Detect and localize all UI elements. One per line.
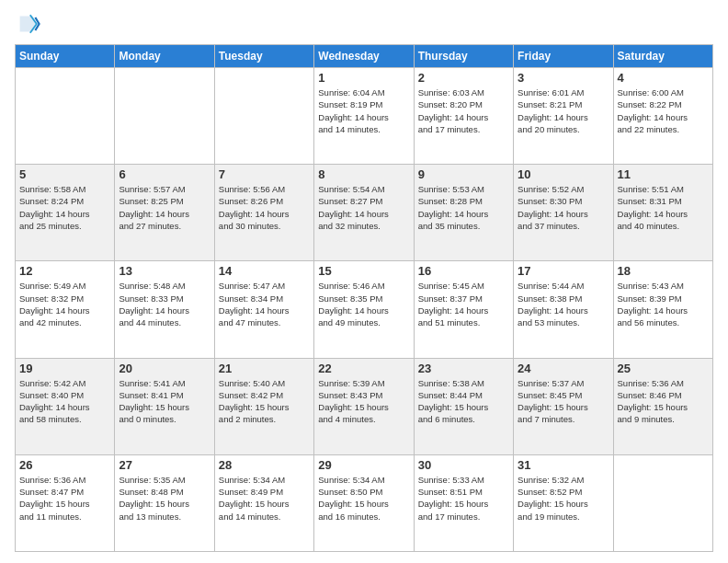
calendar-header-tuesday: Tuesday <box>214 45 313 68</box>
calendar: SundayMondayTuesdayWednesdayThursdayFrid… <box>15 44 713 552</box>
day-number: 26 <box>19 458 110 472</box>
day-info: Sunrise: 6:04 AMSunset: 8:19 PMDaylight:… <box>318 86 409 135</box>
calendar-cell: 17Sunrise: 5:44 AMSunset: 8:38 PMDayligh… <box>514 261 613 358</box>
calendar-cell: 12Sunrise: 5:49 AMSunset: 8:32 PMDayligh… <box>16 261 115 358</box>
day-info: Sunrise: 5:37 AMSunset: 8:45 PMDaylight:… <box>518 377 609 426</box>
calendar-cell: 1Sunrise: 6:04 AMSunset: 8:19 PMDaylight… <box>314 68 414 165</box>
calendar-cell: 18Sunrise: 5:43 AMSunset: 8:39 PMDayligh… <box>613 261 712 358</box>
calendar-cell: 13Sunrise: 5:48 AMSunset: 8:33 PMDayligh… <box>115 261 214 358</box>
calendar-cell: 10Sunrise: 5:52 AMSunset: 8:30 PMDayligh… <box>514 165 613 261</box>
day-number: 3 <box>518 71 609 85</box>
calendar-cell: 29Sunrise: 5:34 AMSunset: 8:50 PMDayligh… <box>314 454 414 551</box>
day-number: 15 <box>318 264 409 278</box>
day-info: Sunrise: 5:40 AMSunset: 8:42 PMDaylight:… <box>219 377 310 426</box>
day-number: 9 <box>418 167 509 181</box>
calendar-cell: 21Sunrise: 5:40 AMSunset: 8:42 PMDayligh… <box>214 358 313 454</box>
calendar-cell: 24Sunrise: 5:37 AMSunset: 8:45 PMDayligh… <box>514 358 613 454</box>
day-number: 10 <box>518 167 609 181</box>
page: SundayMondayTuesdayWednesdayThursdayFrid… <box>0 0 728 563</box>
day-info: Sunrise: 5:47 AMSunset: 8:34 PMDaylight:… <box>219 280 310 328</box>
calendar-cell: 25Sunrise: 5:36 AMSunset: 8:46 PMDayligh… <box>613 358 712 454</box>
calendar-cell: 11Sunrise: 5:51 AMSunset: 8:31 PMDayligh… <box>613 165 712 261</box>
calendar-week-5: 26Sunrise: 5:36 AMSunset: 8:47 PMDayligh… <box>16 454 713 551</box>
day-number: 20 <box>119 362 210 375</box>
calendar-week-3: 12Sunrise: 5:49 AMSunset: 8:32 PMDayligh… <box>16 261 713 358</box>
calendar-cell: 9Sunrise: 5:53 AMSunset: 8:28 PMDaylight… <box>414 165 513 261</box>
calendar-cell: 16Sunrise: 5:45 AMSunset: 8:37 PMDayligh… <box>414 261 513 358</box>
calendar-header-wednesday: Wednesday <box>314 45 414 68</box>
logo-icon <box>15 11 40 37</box>
day-info: Sunrise: 6:00 AMSunset: 8:22 PMDaylight:… <box>618 86 709 135</box>
calendar-cell: 14Sunrise: 5:47 AMSunset: 8:34 PMDayligh… <box>214 261 313 358</box>
calendar-header-monday: Monday <box>115 45 214 68</box>
calendar-cell <box>115 68 214 165</box>
day-info: Sunrise: 5:39 AMSunset: 8:43 PMDaylight:… <box>318 377 409 426</box>
day-number: 23 <box>418 362 509 375</box>
day-number: 12 <box>19 264 110 278</box>
calendar-cell: 20Sunrise: 5:41 AMSunset: 8:41 PMDayligh… <box>115 358 214 454</box>
calendar-header-sunday: Sunday <box>16 45 115 68</box>
calendar-cell: 22Sunrise: 5:39 AMSunset: 8:43 PMDayligh… <box>314 358 414 454</box>
calendar-cell: 27Sunrise: 5:35 AMSunset: 8:48 PMDayligh… <box>115 454 214 551</box>
day-info: Sunrise: 5:58 AMSunset: 8:24 PMDaylight:… <box>19 183 110 232</box>
calendar-cell: 7Sunrise: 5:56 AMSunset: 8:26 PMDaylight… <box>214 165 313 261</box>
day-number: 13 <box>119 264 210 278</box>
day-number: 21 <box>219 362 310 375</box>
day-number: 16 <box>418 264 509 278</box>
day-info: Sunrise: 5:48 AMSunset: 8:33 PMDaylight:… <box>119 280 210 328</box>
day-number: 19 <box>19 362 110 375</box>
day-number: 18 <box>618 264 709 278</box>
calendar-header-friday: Friday <box>514 45 613 68</box>
calendar-cell: 23Sunrise: 5:38 AMSunset: 8:44 PMDayligh… <box>414 358 513 454</box>
day-number: 25 <box>618 362 709 375</box>
day-number: 30 <box>418 458 509 472</box>
day-number: 8 <box>318 167 409 181</box>
logo <box>15 11 44 37</box>
calendar-cell: 2Sunrise: 6:03 AMSunset: 8:20 PMDaylight… <box>414 68 513 165</box>
day-info: Sunrise: 5:34 AMSunset: 8:50 PMDaylight:… <box>318 474 409 523</box>
day-number: 31 <box>518 458 609 472</box>
day-info: Sunrise: 5:46 AMSunset: 8:35 PMDaylight:… <box>318 280 409 328</box>
calendar-week-1: 1Sunrise: 6:04 AMSunset: 8:19 PMDaylight… <box>16 68 713 165</box>
calendar-header-thursday: Thursday <box>414 45 513 68</box>
calendar-cell <box>16 68 115 165</box>
calendar-cell: 30Sunrise: 5:33 AMSunset: 8:51 PMDayligh… <box>414 454 513 551</box>
calendar-cell: 5Sunrise: 5:58 AMSunset: 8:24 PMDaylight… <box>16 165 115 261</box>
day-info: Sunrise: 5:33 AMSunset: 8:51 PMDaylight:… <box>418 474 509 523</box>
calendar-cell: 4Sunrise: 6:00 AMSunset: 8:22 PMDaylight… <box>613 68 712 165</box>
day-info: Sunrise: 5:35 AMSunset: 8:48 PMDaylight:… <box>119 474 210 523</box>
day-info: Sunrise: 5:45 AMSunset: 8:37 PMDaylight:… <box>418 280 509 328</box>
day-info: Sunrise: 6:01 AMSunset: 8:21 PMDaylight:… <box>518 86 609 135</box>
day-number: 28 <box>219 458 310 472</box>
calendar-header-row: SundayMondayTuesdayWednesdayThursdayFrid… <box>16 45 713 68</box>
day-info: Sunrise: 5:32 AMSunset: 8:52 PMDaylight:… <box>518 474 609 523</box>
day-number: 27 <box>119 458 210 472</box>
day-info: Sunrise: 5:52 AMSunset: 8:30 PMDaylight:… <box>518 183 609 232</box>
day-number: 29 <box>318 458 409 472</box>
day-number: 17 <box>518 264 609 278</box>
day-info: Sunrise: 5:36 AMSunset: 8:47 PMDaylight:… <box>19 474 110 523</box>
day-number: 14 <box>219 264 310 278</box>
calendar-cell: 15Sunrise: 5:46 AMSunset: 8:35 PMDayligh… <box>314 261 414 358</box>
day-number: 11 <box>618 167 709 181</box>
day-number: 24 <box>518 362 609 375</box>
day-info: Sunrise: 5:57 AMSunset: 8:25 PMDaylight:… <box>119 183 210 232</box>
day-info: Sunrise: 5:49 AMSunset: 8:32 PMDaylight:… <box>19 280 110 328</box>
calendar-week-2: 5Sunrise: 5:58 AMSunset: 8:24 PMDaylight… <box>16 165 713 261</box>
day-info: Sunrise: 5:44 AMSunset: 8:38 PMDaylight:… <box>518 280 609 328</box>
day-number: 4 <box>618 71 709 85</box>
day-info: Sunrise: 5:54 AMSunset: 8:27 PMDaylight:… <box>318 183 409 232</box>
calendar-cell <box>214 68 313 165</box>
calendar-cell: 6Sunrise: 5:57 AMSunset: 8:25 PMDaylight… <box>115 165 214 261</box>
calendar-header-saturday: Saturday <box>613 45 712 68</box>
day-number: 5 <box>19 167 110 181</box>
day-info: Sunrise: 5:53 AMSunset: 8:28 PMDaylight:… <box>418 183 509 232</box>
calendar-cell: 31Sunrise: 5:32 AMSunset: 8:52 PMDayligh… <box>514 454 613 551</box>
day-info: Sunrise: 5:51 AMSunset: 8:31 PMDaylight:… <box>618 183 709 232</box>
calendar-cell: 28Sunrise: 5:34 AMSunset: 8:49 PMDayligh… <box>214 454 313 551</box>
day-info: Sunrise: 5:42 AMSunset: 8:40 PMDaylight:… <box>19 377 110 426</box>
day-info: Sunrise: 5:38 AMSunset: 8:44 PMDaylight:… <box>418 377 509 426</box>
calendar-cell <box>613 454 712 551</box>
day-number: 22 <box>318 362 409 375</box>
day-number: 1 <box>318 71 409 85</box>
